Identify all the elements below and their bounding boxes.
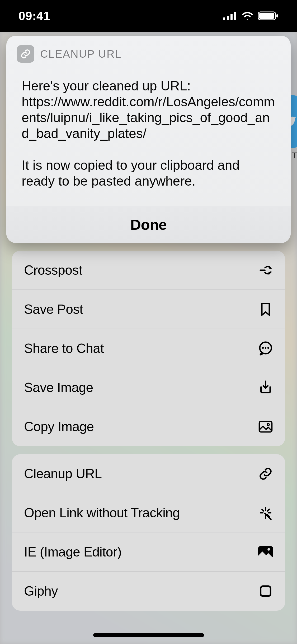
svg-rect-2 (230, 14, 233, 20)
modal-title: CLEANUP URL (40, 48, 121, 60)
share-row-label: Open Link without Tracking (24, 505, 180, 521)
share-group-2: Crosspost Save Post Share to Chat Save I… (12, 251, 285, 446)
download-icon (258, 380, 273, 395)
svg-rect-3 (234, 12, 236, 20)
bookmark-icon (258, 302, 273, 317)
wifi-icon (241, 11, 254, 20)
status-time: 09:41 (18, 9, 50, 23)
photo-icon (258, 419, 273, 434)
status-bar: 09:41 (0, 0, 297, 32)
share-row-share-to-chat[interactable]: Share to Chat (12, 329, 285, 368)
link-icon (20, 49, 31, 59)
status-indicators (223, 11, 279, 21)
share-row-cleanup-url[interactable]: Cleanup URL (12, 454, 285, 493)
share-row-copy-image[interactable]: Copy Image (12, 407, 285, 446)
share-row-save-post[interactable]: Save Post (12, 290, 285, 329)
svg-rect-1 (227, 16, 229, 20)
svg-point-10 (267, 347, 269, 348)
share-row-crosspost[interactable]: Crosspost (12, 251, 285, 290)
modal-footer: Done (6, 206, 291, 243)
modal-header: CLEANUP URL (6, 36, 291, 66)
battery-icon (258, 11, 279, 21)
share-row-label: Save Post (24, 302, 83, 317)
share-sheet: Unpaywall Crosspost Save Post Share to C… (12, 204, 285, 619)
chat-icon (258, 341, 273, 356)
share-row-save-image[interactable]: Save Image (12, 368, 285, 407)
image-filled-icon (258, 545, 273, 559)
wand-icon (258, 505, 273, 520)
share-row-giphy[interactable]: Giphy (12, 572, 285, 611)
cleanup-url-modal: CLEANUP URL Here's your cleaned up URL: … (6, 36, 291, 243)
svg-point-12 (267, 424, 269, 426)
svg-rect-11 (259, 421, 272, 432)
share-row-label: Giphy (24, 583, 58, 599)
share-row-label: IE (Image Editor) (24, 544, 121, 560)
share-row-label: Share to Chat (24, 341, 104, 356)
share-row-image-editor[interactable]: IE (Image Editor) (12, 532, 285, 572)
share-row-label: Copy Image (24, 419, 94, 434)
link-icon (258, 466, 273, 481)
svg-rect-15 (261, 586, 271, 596)
share-group-3: Cleanup URL Open Link without Tracking I… (12, 454, 285, 611)
share-row-label: Cleanup URL (24, 466, 102, 481)
modal-app-icon (17, 45, 34, 63)
share-row-open-without-tracking[interactable]: Open Link without Tracking (12, 493, 285, 532)
square-icon (258, 584, 273, 599)
svg-point-8 (262, 347, 264, 348)
svg-rect-6 (276, 14, 278, 17)
home-indicator[interactable] (93, 633, 204, 637)
share-row-label: Save Image (24, 380, 93, 395)
svg-rect-5 (259, 13, 274, 19)
modal-message: Here's your cleaned up URL: https://www.… (6, 66, 291, 206)
done-button[interactable]: Done (130, 216, 167, 233)
cellular-icon (223, 12, 237, 20)
crosspost-icon (258, 263, 273, 278)
share-row-label: Crosspost (24, 263, 82, 278)
svg-rect-0 (223, 17, 225, 20)
svg-point-14 (267, 548, 270, 551)
svg-point-9 (265, 347, 266, 348)
